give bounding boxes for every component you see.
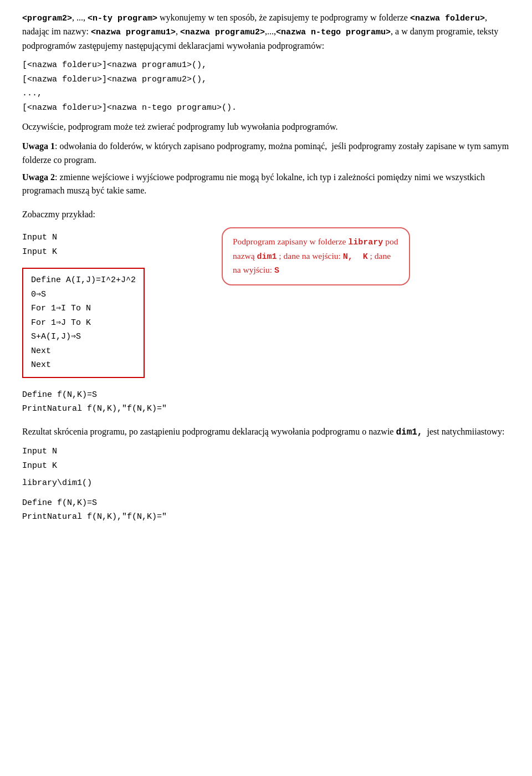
callout-text-1: Podprogram zapisany w folderze [233, 237, 348, 246]
callout-library: library [348, 238, 383, 247]
red-code-box: Define A(I,J)=I^2+J^2 0⇒S For 1⇒I To N F… [22, 268, 145, 378]
uwaga-2: Uwaga 2: zmienne wejściowe i wyjściowe p… [22, 171, 510, 198]
callout-text-3: ; dane na wejściu: [279, 251, 342, 261]
callout-s: S [274, 266, 279, 275]
define-f-line-2: Define f(N,K)=S [22, 496, 510, 510]
for-j-line: For 1⇒J To K [31, 316, 136, 330]
input-lines-1: Input N Input K [22, 231, 205, 259]
example-row: Input N Input K Define A(I,J)=I^2+J^2 0⇒… [22, 227, 510, 378]
printnatural-line-2: PrintNatural f(N,K),"f(N,K)=" [22, 510, 510, 524]
code-program2: <program2> [22, 14, 72, 23]
code-nazwa-prog2: <nazwa programu2> [180, 28, 265, 37]
uwaga-1: Uwaga 1: odwołania do folderów, w któryc… [22, 140, 510, 167]
paragraph-1: <program2>, ..., <n-ty program> wykonuje… [22, 11, 510, 53]
printnatural-line: PrintNatural f(N,K),"f(N,K)=" [22, 402, 510, 416]
dim1-inline: dim1, [396, 427, 422, 437]
code-line-1: [<nazwa folderu>]<nazwa programu1>(), [22, 58, 510, 73]
callout-box: Podprogram zapisany w folderze library p… [222, 227, 410, 285]
paragraph-2: Oczywiście, podprogram może też zwierać … [22, 120, 510, 134]
code-n-ty: <n-ty program> [88, 14, 157, 23]
next-2-line: Next [31, 358, 136, 372]
callout-dim1: dim1 [257, 252, 277, 262]
define-f-line: Define f(N,K)=S [22, 388, 510, 402]
paragraph-3: Rezultat skrócenia programu, po zastąpie… [22, 425, 510, 440]
code-nazwa-n: <nazwa n-tego programu> [276, 28, 391, 37]
code-nazwa-folderu: <nazwa folderu> [410, 14, 485, 23]
uwaga2-label: Uwaga 2 [22, 172, 55, 182]
callout-n: N, K [343, 252, 368, 262]
s-aij-line: S+A(I,J)⇒S [31, 330, 136, 344]
example-left: Input N Input K Define A(I,J)=I^2+J^2 0⇒… [22, 227, 205, 378]
example-right: Podprogram zapisany w folderze library p… [222, 227, 510, 285]
input-lines-2: Input N Input K [22, 445, 510, 473]
example-section: Zobaczmy przykład: Input N Input K Defin… [22, 208, 510, 377]
zero-s-line: 0⇒S [31, 288, 136, 302]
code-line-3: ..., [22, 86, 510, 101]
code-block-2: Define f(N,K)=S PrintNatural f(N,K),"f(N… [22, 388, 510, 416]
code-line-4: [<nazwa folderu>]<nazwa n-tego programu>… [22, 101, 510, 115]
page-content: <program2>, ..., <n-ty program> wykonuje… [22, 11, 510, 524]
example-label: Zobaczmy przykład: [22, 208, 510, 222]
code-block-1: [<nazwa folderu>]<nazwa programu1>(), [<… [22, 58, 510, 115]
define-line: Define A(I,J)=I^2+J^2 [31, 273, 136, 288]
uwaga1-label: Uwaga 1 [22, 141, 55, 151]
for-i-line: For 1⇒I To N [31, 302, 136, 316]
code-block-3: Define f(N,K)=S PrintNatural f(N,K),"f(N… [22, 496, 510, 524]
next-1-line: Next [31, 344, 136, 359]
library-call: library\dim1() [22, 476, 510, 491]
code-nazwa-prog1: <nazwa programu1> [91, 28, 176, 37]
code-line-2: [<nazwa folderu>]<nazwa programu2>(), [22, 73, 510, 87]
